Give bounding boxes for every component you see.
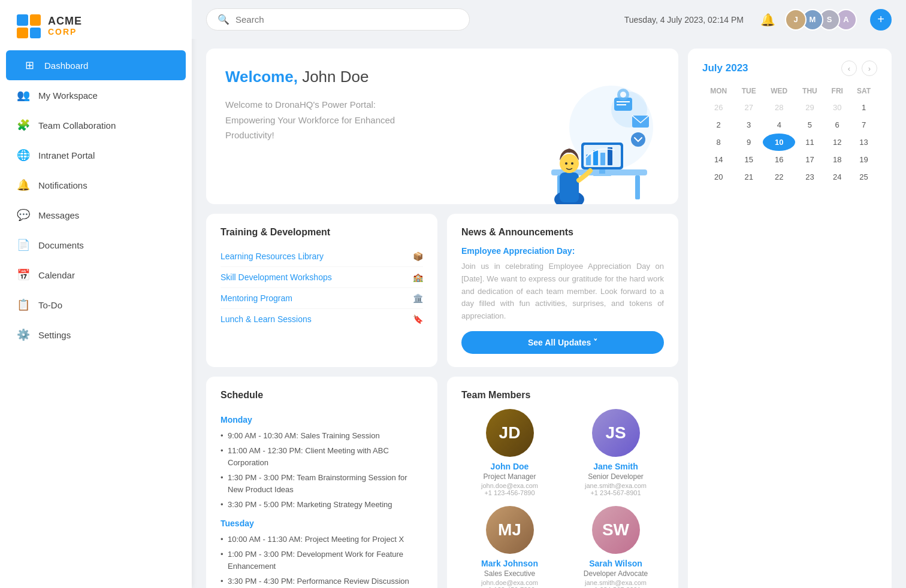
calendar-next-button[interactable]: ›: [862, 60, 877, 76]
sidebar-item-dashboard[interactable]: ⊞ Dashboard: [6, 50, 186, 80]
welcome-greeting-bold: Welcome,: [225, 68, 302, 86]
search-input[interactable]: [235, 14, 458, 25]
calendar-day[interactable]: 17: [795, 151, 824, 168]
training-item-3[interactable]: Lunch & Learn Sessions 🔖: [221, 309, 423, 329]
svg-point-23: [620, 92, 626, 98]
sidebar-item-label: Team Collaboration: [38, 120, 116, 131]
svg-rect-14: [560, 172, 579, 202]
news-card: News & Announcements Employee Appreciati…: [447, 214, 678, 367]
calendar-grid: MON TUE WED THU FRI SAT 2627282930123456…: [702, 83, 877, 186]
training-item-1[interactable]: Skill Development Workshops 🏫: [221, 267, 423, 288]
calendar-day[interactable]: 14: [702, 151, 735, 168]
svg-rect-10: [593, 150, 598, 165]
news-item-title[interactable]: Employee Appreciation Day:: [461, 246, 664, 256]
sidebar-item-label: Messages: [38, 210, 79, 220]
calendar-day[interactable]: 4: [763, 116, 795, 134]
sidebar-item-my-workspace[interactable]: 👥 My Workspace: [0, 80, 192, 110]
calendar-day[interactable]: 19: [850, 151, 877, 168]
sidebar-item-notifications[interactable]: 🔔 Notifications: [0, 170, 192, 200]
calendar-day[interactable]: 1: [850, 99, 877, 116]
sidebar-item-messages[interactable]: 💬 Messages: [0, 200, 192, 230]
logo-company: ACME: [48, 16, 82, 28]
member-role-3: Developer Advocate: [584, 569, 648, 578]
training-item-0[interactable]: Learning Resources Library 📦: [221, 246, 423, 267]
member-avatar-2: MJ: [486, 506, 534, 554]
team-title: Team Members: [461, 390, 664, 401]
member-phone-1: +1 234-567-8901: [590, 489, 641, 496]
training-item-2[interactable]: Mentoring Program 🏛️: [221, 288, 423, 309]
schedule-item-tue-2: 3:30 PM - 4:30 PM: Performance Review Di…: [221, 574, 423, 588]
sidebar-item-team-collaboration[interactable]: 🧩 Team Collaboration: [0, 110, 192, 140]
avatar-group: J M S A: [790, 9, 857, 31]
training-title: Training & Development: [221, 227, 423, 238]
calendar-day[interactable]: 5: [795, 116, 824, 134]
calendar-day[interactable]: 20: [702, 168, 735, 186]
training-item-label-1: Skill Development Workshops: [221, 272, 332, 282]
logo-sq-4: [30, 28, 41, 39]
sidebar-item-todo[interactable]: 📋 To-Do: [0, 290, 192, 320]
bottom-section: Training & Development Learning Resource…: [206, 214, 678, 588]
see-all-updates-button[interactable]: See All Updates ˅: [461, 331, 664, 354]
calendar-day[interactable]: 27: [735, 99, 763, 116]
calendar-day[interactable]: 15: [735, 151, 763, 168]
calendar-day[interactable]: 18: [824, 151, 850, 168]
member-avatar-0: JD: [486, 409, 534, 457]
svg-point-16: [565, 162, 567, 165]
schedule-day-tuesday: Tuesday: [221, 519, 423, 528]
calendar-day[interactable]: 30: [824, 99, 850, 116]
sidebar-item-label: Calendar: [38, 270, 75, 280]
calendar-day[interactable]: 25: [850, 168, 877, 186]
schedule-item-mon-2: 1:30 PM - 3:00 PM: Team Brainstorming Se…: [221, 470, 423, 497]
member-name-2: Mark Johnson: [481, 559, 538, 568]
calendar-day[interactable]: 11: [795, 134, 824, 151]
member-avatar-3: SW: [592, 506, 640, 554]
team-icon: 🧩: [17, 119, 30, 132]
welcome-text: Welcome, John Doe Welcome to DronaHQ's P…: [225, 68, 417, 143]
calendar-day[interactable]: 12: [824, 134, 850, 151]
calendar-day[interactable]: 3: [735, 116, 763, 134]
training-item-icon-2: 🏛️: [413, 293, 423, 303]
calendar-day[interactable]: 6: [824, 116, 850, 134]
schedule-item-mon-3: 3:30 PM - 5:00 PM: Marketing Strategy Me…: [221, 497, 423, 513]
sidebar-item-label: My Workspace: [38, 90, 98, 101]
calendar-day[interactable]: 23: [795, 168, 824, 186]
bell-nav-icon: 🔔: [17, 178, 30, 192]
search-bar[interactable]: 🔍: [206, 8, 470, 31]
calendar-day[interactable]: 29: [795, 99, 824, 116]
sidebar-item-calendar[interactable]: 📅 Calendar: [0, 260, 192, 290]
search-icon: 🔍: [218, 14, 229, 25]
logo-sq-1: [17, 14, 28, 26]
add-member-button[interactable]: +: [870, 9, 892, 31]
sidebar-item-intranet-portal[interactable]: 🌐 Intranet Portal: [0, 140, 192, 170]
calendar-day[interactable]: 8: [702, 134, 735, 151]
welcome-card: Welcome, John Doe Welcome to DronaHQ's P…: [206, 49, 678, 204]
cal-dow-fri: FRI: [824, 83, 850, 99]
svg-point-17: [571, 162, 573, 165]
calendar-day[interactable]: 9: [735, 134, 763, 151]
training-item-label-0: Learning Resources Library: [221, 251, 324, 261]
schedule-item-tue-1: 1:00 PM - 3:00 PM: Development Work for …: [221, 547, 423, 574]
calendar-day[interactable]: 2: [702, 116, 735, 134]
sidebar-item-settings[interactable]: ⚙️ Settings: [0, 320, 192, 350]
calendar-day[interactable]: 28: [763, 99, 795, 116]
svg-rect-7: [599, 169, 605, 174]
bell-icon[interactable]: 🔔: [760, 13, 775, 27]
calendar-day[interactable]: 24: [824, 168, 850, 186]
training-item-icon-3: 🔖: [413, 314, 423, 324]
calendar-prev-button[interactable]: ‹: [841, 60, 857, 76]
sidebar-item-documents[interactable]: 📄 Documents: [0, 230, 192, 260]
messages-icon: 💬: [17, 208, 30, 222]
team-member-3: SW Sarah Wilson Developer Advocate jane.…: [567, 506, 664, 588]
member-role-0: Project Manager: [483, 472, 536, 481]
sidebar-item-label: Notifications: [38, 180, 87, 190]
calendar-day[interactable]: 26: [702, 99, 735, 116]
calendar-day[interactable]: 13: [850, 134, 877, 151]
calendar-day[interactable]: 22: [763, 168, 795, 186]
calendar-day[interactable]: 7: [850, 116, 877, 134]
calendar-day[interactable]: 21: [735, 168, 763, 186]
calendar-day[interactable]: 10: [763, 134, 795, 151]
member-name-1: Jane Smith: [593, 462, 638, 471]
calendar-day[interactable]: 16: [763, 151, 795, 168]
member-phone-0: +1 123-456-7890: [484, 489, 534, 496]
sidebar: ACME CORP ⊞ Dashboard 👥 My Workspace 🧩 T…: [0, 0, 192, 588]
